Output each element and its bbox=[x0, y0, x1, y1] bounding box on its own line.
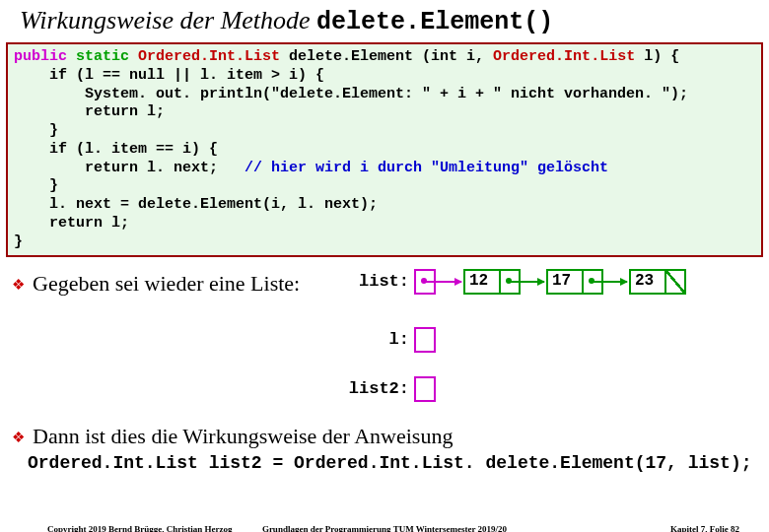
code-l11: } bbox=[14, 233, 23, 250]
code-l9: l. next = delete.Element(i, l. next); bbox=[14, 196, 378, 213]
arrow-17 bbox=[592, 281, 627, 283]
arrow-list bbox=[424, 281, 461, 283]
code-l7a: return l. next; bbox=[14, 160, 245, 176]
label-list: list: bbox=[350, 272, 409, 291]
code-l3: System. out. println("delete.Element: " … bbox=[14, 86, 688, 102]
title-code: delete.Element() bbox=[316, 8, 553, 36]
code-l1d: delete.Element (int i, bbox=[280, 48, 493, 65]
footer-center: Grundlagen der Programmierung TUM Winter… bbox=[0, 524, 769, 532]
l-ref-box bbox=[414, 327, 436, 353]
footer-right: Kapitel 7, Folie 82 bbox=[670, 524, 739, 532]
kw-static: static bbox=[67, 48, 129, 65]
list2-ref-box bbox=[414, 376, 436, 402]
code-l6: if (l. item == i) { bbox=[14, 141, 218, 158]
node-23: 23 bbox=[629, 269, 686, 295]
null-slash-icon bbox=[665, 270, 685, 294]
code-l5: } bbox=[14, 122, 58, 139]
code-box: public static Ordered.Int.List delete.El… bbox=[6, 42, 763, 257]
bullet-2: ❖ Dann ist dies die Wirkungsweise der An… bbox=[12, 424, 769, 449]
code-l8: } bbox=[14, 177, 58, 194]
slide: Wirkungsweise der Methode delete.Element… bbox=[0, 0, 769, 532]
statement-code: Ordered.Int.List list2 = Ordered.Int.Lis… bbox=[28, 453, 769, 473]
node-12-val: 12 bbox=[469, 272, 488, 290]
arrow-12 bbox=[509, 281, 544, 283]
node-23-val: 23 bbox=[635, 272, 654, 290]
code-comment: // hier wird i durch "Umleitung" gelösch… bbox=[245, 160, 608, 176]
title-text: Wirkungsweise der Methode bbox=[20, 6, 316, 34]
bullet-2-text: Dann ist dies die Wirkungsweise der Anwe… bbox=[33, 424, 453, 449]
kw-public: public bbox=[14, 48, 67, 65]
type-2: Ordered.Int.List bbox=[493, 48, 635, 65]
code-l4: return l; bbox=[14, 103, 165, 120]
type-1: Ordered.Int.List bbox=[129, 48, 280, 65]
slide-title: Wirkungsweise der Methode delete.Element… bbox=[0, 0, 769, 42]
code-l10: return l; bbox=[14, 215, 129, 232]
code-l2: if (l == null || l. item > i) { bbox=[14, 67, 324, 84]
bullet-icon-2: ❖ bbox=[12, 429, 25, 446]
diagram: list: 12 17 23 l: list2: bbox=[0, 266, 769, 443]
bullet-2-wrap: ❖ Dann ist dies die Wirkungsweise der An… bbox=[0, 424, 769, 473]
label-list2: list2: bbox=[340, 379, 409, 398]
code-l1f: l) { bbox=[635, 48, 679, 65]
label-l: l: bbox=[350, 330, 409, 349]
node-17-val: 17 bbox=[552, 272, 571, 290]
